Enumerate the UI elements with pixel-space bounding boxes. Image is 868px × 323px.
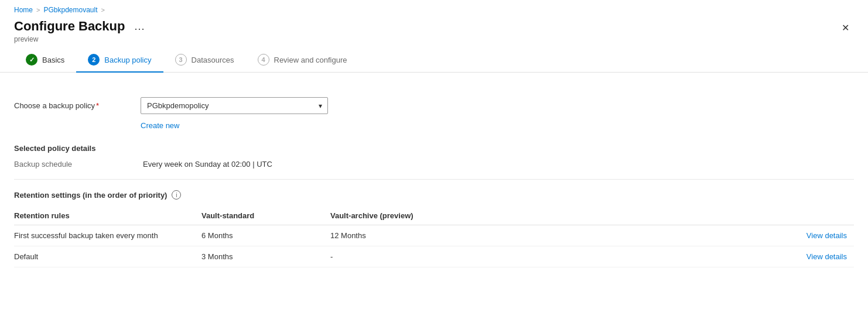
header-left: Configure Backup ... preview (14, 19, 148, 43)
create-new-row: Create new (14, 119, 854, 130)
retention-table-header-row: Retention rules Vault-standard Vault-arc… (14, 207, 854, 225)
col-header-action (471, 207, 854, 225)
header: Configure Backup ... preview ✕ (0, 16, 868, 48)
tab-review[interactable]: 4 Review and configure (246, 48, 359, 73)
retention-row-2-vault-std: 3 Months (201, 246, 330, 267)
header-subtitle: preview (14, 35, 148, 43)
policy-dropdown[interactable]: PGbkpdemopolicy (141, 97, 328, 114)
retention-row-1-vault-std: 6 Months (201, 225, 330, 246)
tab-datasources-label: Datasources (192, 56, 234, 64)
breadcrumb-vault[interactable]: PGbkpdemovault (43, 6, 97, 14)
backup-schedule-value: Every week on Sunday at 02:00 | UTC (143, 160, 272, 169)
retention-row-2-rule: Default (14, 246, 201, 267)
tab-basics-badge: ✓ (26, 54, 37, 66)
retention-row-1-action: View details (471, 225, 854, 246)
tab-basics-label: Basics (42, 56, 64, 64)
tab-review-label: Review and configure (274, 56, 347, 64)
divider (14, 179, 854, 180)
policy-details-section: Selected policy details Backup schedule … (14, 144, 854, 169)
retention-row-1-rule: First successful backup taken every mont… (14, 225, 201, 246)
retention-row-2-action: View details (471, 246, 854, 267)
retention-table: Retention rules Vault-standard Vault-arc… (14, 207, 854, 267)
create-new-link[interactable]: Create new (141, 121, 179, 130)
tab-review-badge: 4 (258, 54, 269, 66)
tab-backup-policy-label: Backup policy (104, 56, 151, 64)
retention-row-2-vault-arch: - (330, 246, 471, 267)
policy-form-row: Choose a backup policy* PGbkpdemopolicy … (14, 97, 854, 114)
backup-schedule-row: Backup schedule Every week on Sunday at … (14, 160, 854, 169)
policy-details-title: Selected policy details (14, 144, 854, 153)
retention-header: Retention settings (in the order of prio… (14, 190, 854, 200)
breadcrumb-sep-2: > (101, 6, 105, 13)
tab-backup-policy-badge: 2 (88, 54, 100, 66)
tabs-container: ✓ Basics 2 Backup policy 3 Datasources 4… (0, 48, 868, 73)
retention-row-1: First successful backup taken every mont… (14, 225, 854, 246)
col-header-vault-archive: Vault-archive (preview) (330, 207, 471, 225)
retention-row-1-vault-arch: 12 Months (330, 225, 471, 246)
required-star: * (96, 101, 99, 110)
tab-datasources-badge: 3 (175, 54, 187, 66)
backup-schedule-label: Backup schedule (14, 160, 143, 169)
view-details-link-2[interactable]: View details (807, 252, 847, 261)
info-icon[interactable]: i (172, 190, 181, 200)
col-header-vault-standard: Vault-standard (201, 207, 330, 225)
tab-datasources[interactable]: 3 Datasources (163, 48, 246, 73)
close-button[interactable]: ✕ (837, 20, 854, 36)
breadcrumb-home[interactable]: Home (14, 6, 33, 14)
view-details-link-1[interactable]: View details (807, 231, 847, 240)
retention-section: Retention settings (in the order of prio… (14, 190, 854, 267)
retention-row-2: Default 3 Months - View details (14, 246, 854, 267)
header-title-group: Configure Backup ... preview (14, 19, 148, 43)
col-header-rules: Retention rules (14, 207, 201, 225)
retention-title: Retention settings (in the order of prio… (14, 191, 167, 200)
breadcrumb: Home > PGbkpdemovault > (0, 0, 868, 16)
ellipsis-button[interactable]: ... (131, 19, 148, 34)
content: Choose a backup policy* PGbkpdemopolicy … (0, 73, 868, 267)
breadcrumb-sep-1: > (36, 6, 40, 13)
tab-backup-policy[interactable]: 2 Backup policy (76, 48, 163, 73)
page-title: Configure Backup (14, 19, 125, 34)
tab-basics[interactable]: ✓ Basics (14, 48, 76, 73)
page-wrapper: Home > PGbkpdemovault > Configure Backup… (0, 0, 868, 323)
policy-dropdown-wrapper: PGbkpdemopolicy ▾ (141, 97, 328, 114)
policy-label: Choose a backup policy* (14, 101, 131, 110)
